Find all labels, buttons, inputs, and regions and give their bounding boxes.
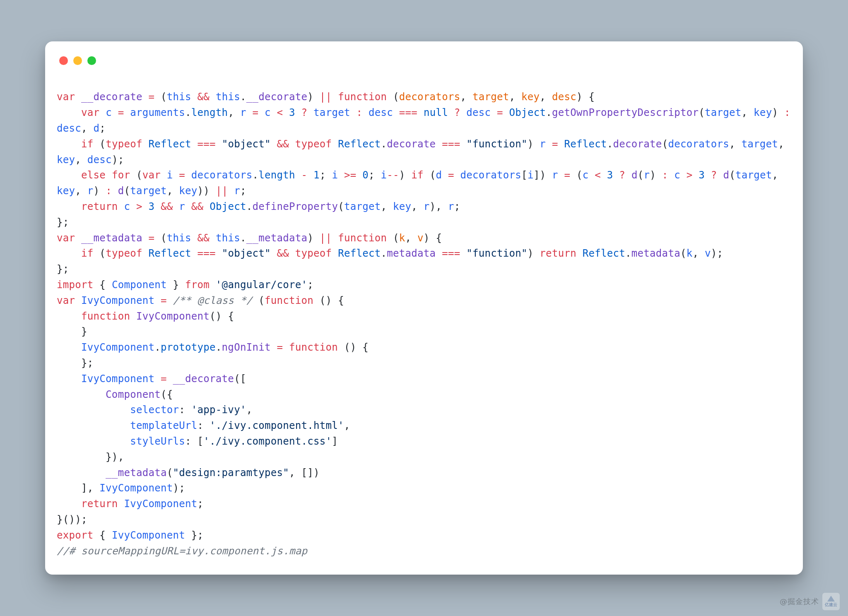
code-token: decorate [387, 138, 436, 150]
code-token: './ivy.component.css' [203, 436, 332, 447]
code-token: prototype [161, 342, 216, 353]
code-token: key [393, 201, 411, 212]
code-token: Component [106, 389, 161, 400]
code-token: IvyComponent [81, 295, 154, 306]
code-token: var [57, 295, 75, 306]
code-token: typeof [295, 248, 332, 259]
code-token: for [112, 169, 130, 181]
code-token: key [521, 91, 540, 103]
code-token: c [106, 107, 112, 118]
code-token: else [81, 169, 106, 181]
code-token: r [234, 185, 240, 197]
code-token: __metadata [106, 467, 167, 479]
code-token: Reflect [148, 138, 191, 150]
code-token: desc [57, 123, 81, 134]
code-token: metadata [631, 248, 680, 259]
code-token: if [411, 169, 424, 181]
code-token: target [742, 138, 778, 150]
code-token: return [81, 201, 118, 212]
code-token: length [191, 107, 228, 118]
code-token: function [338, 232, 387, 244]
code-token: "object" [222, 248, 271, 259]
code-token: Reflect [583, 248, 625, 259]
code-token: k [687, 248, 693, 259]
code-token: i [528, 169, 534, 181]
code-token: decorators [460, 169, 521, 181]
code-token: desc [466, 107, 491, 118]
code-token: this [216, 91, 240, 103]
code-token: Object [509, 107, 546, 118]
code-token: r [424, 201, 430, 212]
code-token: c [124, 201, 130, 212]
code-token: 3 [699, 169, 705, 181]
code-token: c [674, 169, 680, 181]
code-token: "object" [222, 138, 271, 150]
code-token: defineProperty [252, 201, 338, 212]
code-token: Object [210, 201, 246, 212]
code-token: c [583, 169, 589, 181]
code-token: length [258, 169, 295, 181]
code-token: __metadata [246, 232, 308, 244]
code-token: decorate [613, 138, 662, 150]
code-token: import [57, 279, 94, 291]
code-token: var [57, 91, 75, 103]
code-token: r [552, 169, 558, 181]
code-token: target [705, 107, 742, 118]
code-token: var [57, 232, 75, 244]
code-token: r [87, 185, 94, 197]
code-token: v [705, 248, 711, 259]
code-token: 0 [362, 169, 369, 181]
code-token: styleUrls [130, 436, 185, 447]
code-token: __metadata [81, 232, 142, 244]
watermark: @掘金技术 亿速云 [780, 593, 840, 610]
code-token: v [417, 232, 424, 244]
code-token: Reflect [148, 248, 191, 259]
window-minimize-dot[interactable] [73, 56, 82, 65]
code-token: decorators [399, 91, 460, 103]
code-token: typeof [106, 138, 142, 150]
code-token: desc [552, 91, 576, 103]
code-token: null [424, 107, 448, 118]
code-token: export [57, 529, 94, 541]
code-token: 3 [607, 169, 613, 181]
code-token: decorators [668, 138, 729, 150]
code-token: i [167, 169, 173, 181]
code-token: __decorate [173, 373, 234, 385]
code-token: c [265, 107, 271, 118]
code-token: decorators [191, 169, 253, 181]
code-token: i [332, 169, 338, 181]
window-zoom-dot[interactable] [87, 56, 96, 65]
watermark-logo-label: 亿速云 [825, 602, 837, 608]
code-token: ngOnInit [222, 342, 271, 353]
code-token: function [265, 295, 313, 306]
code-token: function [338, 91, 387, 103]
code-token: IvyComponent [124, 498, 197, 510]
code-token: typeof [106, 248, 142, 259]
code-token: 1 [313, 169, 320, 181]
code-token: d [118, 185, 124, 197]
code-token: this [167, 91, 191, 103]
code-token: from [185, 279, 210, 291]
code-token: __decorate [81, 91, 142, 103]
code-token: selector [130, 404, 179, 416]
code-token: return [81, 498, 118, 510]
code-token: this [167, 232, 191, 244]
code-token: target [344, 201, 381, 212]
window-traffic-lights [57, 53, 791, 74]
code-token: metadata [387, 248, 436, 259]
code-token: templateUrl [130, 420, 197, 431]
code-token: "function" [466, 138, 528, 150]
code-token: function [81, 310, 130, 322]
code-token: "design:paramtypes" [173, 467, 289, 479]
code-token: IvyComponent [136, 310, 210, 322]
code-token: var [81, 107, 99, 118]
code-token: IvyComponent [112, 529, 185, 541]
code-token: desc [369, 107, 393, 118]
code-token: if [81, 138, 94, 150]
code-token: 'app-ivy' [191, 404, 246, 416]
code-token: r [643, 169, 650, 181]
code-token: getOwnPropertyDescriptor [552, 107, 699, 118]
window-close-dot[interactable] [59, 56, 68, 65]
code-token: target [472, 91, 509, 103]
code-token: __decorate [246, 91, 308, 103]
